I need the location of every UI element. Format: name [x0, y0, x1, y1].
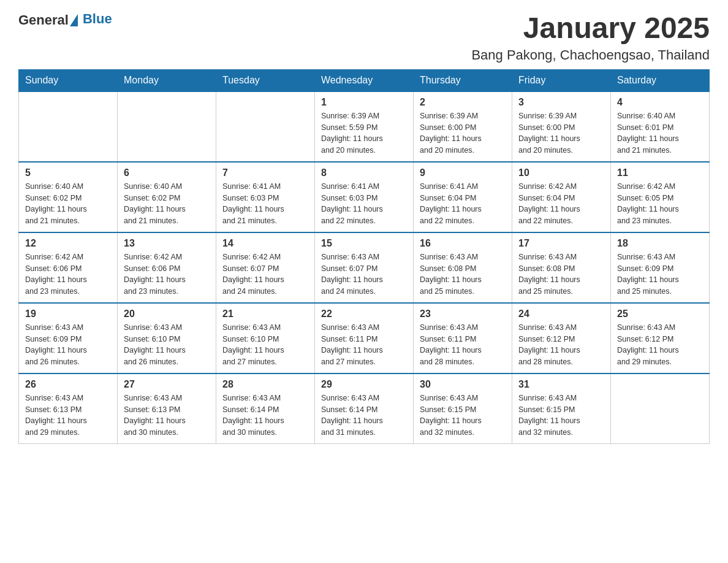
day-number: 24 [518, 308, 604, 320]
day-info: Sunrise: 6:43 AMSunset: 6:15 PMDaylight:… [420, 393, 506, 439]
page-subtitle: Bang Pakong, Chachoengsao, Thailand [471, 47, 710, 63]
calendar-cell: 2Sunrise: 6:39 AMSunset: 6:00 PMDaylight… [414, 91, 512, 162]
calendar-cell: 20Sunrise: 6:43 AMSunset: 6:10 PMDayligh… [118, 303, 216, 373]
day-info: Sunrise: 6:42 AMSunset: 6:04 PMDaylight:… [518, 181, 604, 227]
day-info: Sunrise: 6:43 AMSunset: 6:10 PMDaylight:… [222, 322, 308, 368]
day-info: Sunrise: 6:39 AMSunset: 6:00 PMDaylight:… [420, 110, 506, 156]
day-info: Sunrise: 6:43 AMSunset: 6:09 PMDaylight:… [25, 322, 111, 368]
day-number: 30 [420, 379, 506, 390]
header-sunday: Sunday [19, 69, 118, 91]
day-number: 23 [420, 308, 506, 320]
calendar-cell: 5Sunrise: 6:40 AMSunset: 6:02 PMDaylight… [19, 162, 118, 232]
day-info: Sunrise: 6:43 AMSunset: 6:13 PMDaylight:… [25, 393, 111, 439]
calendar-cell: 10Sunrise: 6:42 AMSunset: 6:04 PMDayligh… [512, 162, 611, 232]
calendar-cell: 13Sunrise: 6:42 AMSunset: 6:06 PMDayligh… [118, 232, 216, 303]
logo-triangle-icon [70, 14, 78, 26]
calendar-cell: 29Sunrise: 6:43 AMSunset: 6:14 PMDayligh… [315, 373, 414, 444]
day-number: 16 [420, 238, 506, 249]
day-number: 26 [25, 379, 111, 390]
day-info: Sunrise: 6:39 AMSunset: 5:59 PMDaylight:… [321, 110, 407, 156]
day-info: Sunrise: 6:40 AMSunset: 6:01 PMDaylight:… [617, 110, 703, 156]
day-number: 31 [518, 379, 604, 390]
day-number: 28 [222, 379, 308, 390]
day-number: 8 [321, 167, 407, 178]
page-title: January 2025 [471, 12, 710, 45]
calendar-cell: 14Sunrise: 6:42 AMSunset: 6:07 PMDayligh… [216, 232, 315, 303]
title-block: January 2025 Bang Pakong, Chachoengsao, … [471, 12, 710, 63]
header-monday: Monday [118, 69, 216, 91]
calendar-cell [19, 91, 118, 162]
day-number: 1 [321, 97, 407, 108]
calendar-cell: 8Sunrise: 6:41 AMSunset: 6:03 PMDaylight… [315, 162, 414, 232]
day-info: Sunrise: 6:43 AMSunset: 6:12 PMDaylight:… [518, 322, 604, 368]
week-row-3: 12Sunrise: 6:42 AMSunset: 6:06 PMDayligh… [19, 232, 710, 303]
calendar-cell: 23Sunrise: 6:43 AMSunset: 6:11 PMDayligh… [414, 303, 512, 373]
day-number: 20 [124, 308, 210, 320]
day-number: 18 [617, 238, 703, 249]
day-info: Sunrise: 6:43 AMSunset: 6:08 PMDaylight:… [420, 251, 506, 297]
day-number: 10 [518, 167, 604, 178]
day-number: 13 [124, 238, 210, 249]
week-row-5: 26Sunrise: 6:43 AMSunset: 6:13 PMDayligh… [19, 373, 710, 444]
calendar-cell: 11Sunrise: 6:42 AMSunset: 6:05 PMDayligh… [611, 162, 710, 232]
day-info: Sunrise: 6:43 AMSunset: 6:08 PMDaylight:… [518, 251, 604, 297]
day-number: 21 [222, 308, 308, 320]
day-number: 17 [518, 238, 604, 249]
day-info: Sunrise: 6:42 AMSunset: 6:06 PMDaylight:… [25, 251, 111, 297]
day-info: Sunrise: 6:43 AMSunset: 6:10 PMDaylight:… [124, 322, 210, 368]
calendar-cell: 21Sunrise: 6:43 AMSunset: 6:10 PMDayligh… [216, 303, 315, 373]
day-info: Sunrise: 6:42 AMSunset: 6:07 PMDaylight:… [222, 251, 308, 297]
calendar-cell: 1Sunrise: 6:39 AMSunset: 5:59 PMDaylight… [315, 91, 414, 162]
day-number: 29 [321, 379, 407, 390]
calendar-cell: 4Sunrise: 6:40 AMSunset: 6:01 PMDaylight… [611, 91, 710, 162]
day-number: 7 [222, 167, 308, 178]
day-info: Sunrise: 6:41 AMSunset: 6:03 PMDaylight:… [222, 181, 308, 227]
day-info: Sunrise: 6:43 AMSunset: 6:14 PMDaylight:… [321, 393, 407, 439]
day-info: Sunrise: 6:41 AMSunset: 6:03 PMDaylight:… [321, 181, 407, 227]
header-thursday: Thursday [414, 69, 512, 91]
day-number: 25 [617, 308, 703, 320]
header-friday: Friday [512, 69, 611, 91]
day-number: 11 [617, 167, 703, 178]
day-number: 22 [321, 308, 407, 320]
day-number: 3 [518, 97, 604, 108]
day-info: Sunrise: 6:43 AMSunset: 6:09 PMDaylight:… [617, 251, 703, 297]
calendar-cell [216, 91, 315, 162]
calendar-cell: 25Sunrise: 6:43 AMSunset: 6:12 PMDayligh… [611, 303, 710, 373]
header-wednesday: Wednesday [315, 69, 414, 91]
calendar-cell: 18Sunrise: 6:43 AMSunset: 6:09 PMDayligh… [611, 232, 710, 303]
day-info: Sunrise: 6:42 AMSunset: 6:05 PMDaylight:… [617, 181, 703, 227]
calendar-cell: 19Sunrise: 6:43 AMSunset: 6:09 PMDayligh… [19, 303, 118, 373]
week-row-4: 19Sunrise: 6:43 AMSunset: 6:09 PMDayligh… [19, 303, 710, 373]
day-info: Sunrise: 6:43 AMSunset: 6:11 PMDaylight:… [321, 322, 407, 368]
day-info: Sunrise: 6:39 AMSunset: 6:00 PMDaylight:… [518, 110, 604, 156]
day-info: Sunrise: 6:43 AMSunset: 6:14 PMDaylight:… [222, 393, 308, 439]
calendar-table: SundayMondayTuesdayWednesdayThursdayFrid… [18, 69, 710, 444]
logo-blue: Blue [83, 11, 112, 26]
day-info: Sunrise: 6:40 AMSunset: 6:02 PMDaylight:… [124, 181, 210, 227]
page-header: General Blue January 2025 Bang Pakong, C… [18, 12, 710, 63]
day-number: 19 [25, 308, 111, 320]
calendar-cell: 26Sunrise: 6:43 AMSunset: 6:13 PMDayligh… [19, 373, 118, 444]
calendar-cell: 6Sunrise: 6:40 AMSunset: 6:02 PMDaylight… [118, 162, 216, 232]
day-info: Sunrise: 6:43 AMSunset: 6:11 PMDaylight:… [420, 322, 506, 368]
day-info: Sunrise: 6:40 AMSunset: 6:02 PMDaylight:… [25, 181, 111, 227]
calendar-cell: 31Sunrise: 6:43 AMSunset: 6:15 PMDayligh… [512, 373, 611, 444]
day-number: 2 [420, 97, 506, 108]
week-row-2: 5Sunrise: 6:40 AMSunset: 6:02 PMDaylight… [19, 162, 710, 232]
logo: General Blue [18, 12, 112, 28]
calendar-cell: 28Sunrise: 6:43 AMSunset: 6:14 PMDayligh… [216, 373, 315, 444]
week-row-1: 1Sunrise: 6:39 AMSunset: 5:59 PMDaylight… [19, 91, 710, 162]
day-number: 14 [222, 238, 308, 249]
calendar-cell: 24Sunrise: 6:43 AMSunset: 6:12 PMDayligh… [512, 303, 611, 373]
calendar-cell [118, 91, 216, 162]
logo-general: General [18, 12, 69, 28]
day-info: Sunrise: 6:43 AMSunset: 6:13 PMDaylight:… [124, 393, 210, 439]
calendar-cell: 3Sunrise: 6:39 AMSunset: 6:00 PMDaylight… [512, 91, 611, 162]
calendar-cell: 22Sunrise: 6:43 AMSunset: 6:11 PMDayligh… [315, 303, 414, 373]
day-info: Sunrise: 6:43 AMSunset: 6:15 PMDaylight:… [518, 393, 604, 439]
calendar-cell: 15Sunrise: 6:43 AMSunset: 6:07 PMDayligh… [315, 232, 414, 303]
header-tuesday: Tuesday [216, 69, 315, 91]
calendar-cell: 16Sunrise: 6:43 AMSunset: 6:08 PMDayligh… [414, 232, 512, 303]
header-saturday: Saturday [611, 69, 710, 91]
